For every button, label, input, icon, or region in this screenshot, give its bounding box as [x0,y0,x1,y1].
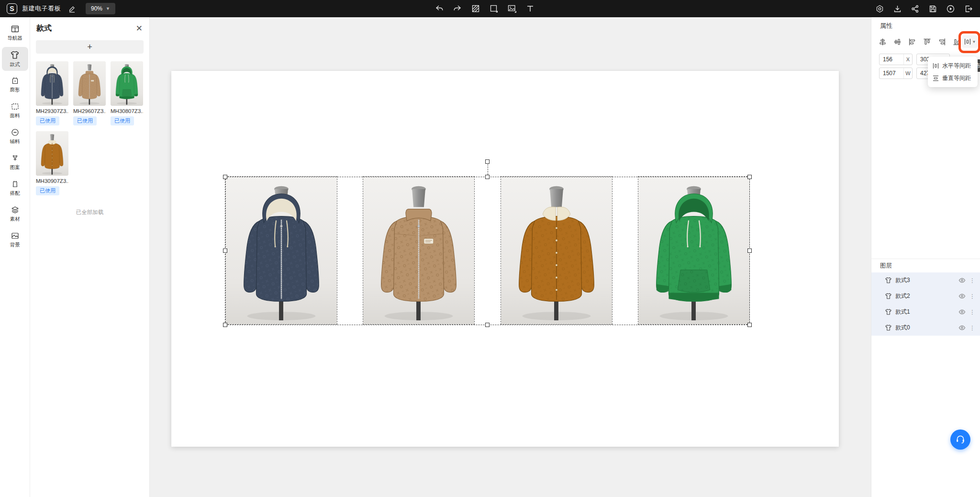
width-input[interactable] [880,70,903,77]
resize-handle-top-right[interactable] [747,175,752,179]
undo-button[interactable] [433,2,445,15]
style-thumbnail[interactable] [36,61,68,106]
visibility-eye-icon[interactable] [958,324,966,331]
used-badge: 已使用 [111,116,134,125]
layer-row[interactable]: 款式1 ⋮ [871,304,980,320]
align-horizontal-center-icon[interactable] [879,38,886,45]
kebab-menu-icon[interactable]: ⋮ [969,293,975,300]
align-top-icon[interactable] [924,38,931,45]
layer-row[interactable]: 款式2 ⋮ [871,288,980,304]
sidebar-item-assets[interactable]: 素材 [2,202,28,226]
visibility-eye-icon[interactable] [958,308,966,316]
save-icon[interactable] [926,2,939,15]
canvas-style-image-4[interactable] [638,176,750,325]
exit-icon[interactable] [962,2,974,15]
settings-gear-icon[interactable] [873,2,886,15]
visibility-eye-icon[interactable] [958,277,966,284]
distribute-vertical-icon [933,75,939,81]
chevron-down-icon: ▼ [106,6,110,11]
style-name: MH29307Z3... [36,108,68,114]
download-icon[interactable] [891,2,903,15]
align-right-icon[interactable] [938,38,946,45]
distribute-spacing-button[interactable]: ▼ [962,35,978,48]
sidebar-item-label: 辅料 [10,138,20,145]
sidebar-item-background[interactable]: 背景 [2,228,28,252]
app-logo-icon[interactable]: S [7,3,17,14]
style-thumbnail[interactable] [111,61,143,106]
add-style-button[interactable]: + [36,40,144,54]
properties-panel: 属性 ▼ [871,17,980,497]
style-thumbnail[interactable] [73,61,106,106]
align-bottom-icon[interactable] [953,38,960,45]
chevron-down-icon: ▼ [972,40,976,44]
top-toolbar: S 新建电子看板 90% ▼ [0,0,980,17]
style-name: MH30907Z3... [36,178,68,184]
align-vertical-center-icon[interactable] [894,38,901,45]
sidebar-item-label: 导航器 [7,35,22,42]
resize-handle-middle-right[interactable] [747,248,752,253]
shape-tool-button[interactable] [488,2,500,15]
sidebar-item-pattern[interactable]: 图案 [2,150,28,174]
resize-handle-bottom-left[interactable] [223,323,227,327]
menu-item-horizontal-spacing[interactable]: 水平等间距 [928,59,978,72]
kebab-menu-icon[interactable]: ⋮ [969,309,975,316]
visibility-eye-icon[interactable] [958,293,966,300]
sidebar-item-label: 搭配 [10,190,20,197]
close-icon[interactable]: ✕ [136,24,143,33]
distribute-dropdown-menu: 水平等间距 垂直等间距 [928,56,978,87]
layer-row[interactable]: 款式3 ⋮ [871,272,980,288]
headset-icon [955,434,966,445]
distribute-horizontal-icon [964,38,971,45]
style-card: MH29607Z3... 已使用 [73,61,106,125]
sidebar-item-navigator[interactable]: 导航器 [2,21,28,45]
kebab-menu-icon[interactable]: ⋮ [969,277,975,284]
styles-panel-title: 款式 [36,23,52,34]
distribute-horizontal-icon [933,63,939,69]
share-icon[interactable] [909,2,921,15]
sidebar-item-fabric[interactable]: 面料 [2,99,28,123]
fabric-fill-tool-button[interactable] [469,2,482,15]
app-window: S 新建电子看板 90% ▼ [0,0,980,497]
sidebar-item-styles[interactable]: 款式 [2,47,28,71]
canvas-style-image-1[interactable] [225,176,337,325]
layer-row[interactable]: 款式0 ⋮ [871,320,980,336]
width-field: W [879,68,913,79]
resize-handle-middle-left[interactable] [223,248,227,253]
properties-panel-title: 属性 [871,17,980,30]
tshirt-icon [10,50,20,60]
resize-handle-top-left[interactable] [223,175,227,179]
resize-handle-bottom-right[interactable] [747,323,752,327]
sidebar-item-trims[interactable]: 辅料 [2,124,28,148]
layers-section: 图层 款式3 ⋮ 款式2 ⋮ 款式1 ⋮ [871,259,980,336]
sidebar-item-silhouette[interactable]: 廓形 [2,73,28,97]
style-card: MH29307Z3... 已使用 [36,61,68,125]
style-thumbnail[interactable] [36,131,68,176]
redo-button[interactable] [451,2,464,15]
sidebar-item-label: 素材 [10,216,20,223]
canvas-style-image-3[interactable] [501,176,612,325]
sidebar-item-outfit[interactable]: 搭配 [2,176,28,200]
canvas-style-image-2[interactable] [363,176,475,325]
resize-handle-bottom-center[interactable] [485,323,490,327]
sidebar-item-label: 款式 [10,61,20,68]
rename-pencil-icon[interactable] [66,2,78,15]
x-field-label: X [903,54,912,65]
vest-icon [11,180,20,189]
rotate-handle[interactable] [485,159,490,164]
sidebar-item-label: 廓形 [10,87,20,93]
used-badge: 已使用 [36,116,59,125]
layer-name: 款式1 [895,308,958,316]
canvas-area[interactable] [150,17,871,497]
align-left-icon[interactable] [909,38,916,45]
resize-handle-top-center[interactable] [485,175,490,179]
play-presentation-icon[interactable] [944,2,957,15]
background-image-icon [11,231,20,240]
kebab-menu-icon[interactable]: ⋮ [969,325,975,331]
support-button[interactable] [950,429,970,450]
fabric-icon [11,102,20,111]
x-position-input[interactable] [880,56,903,63]
text-tool-button[interactable] [524,2,536,15]
image-tool-button[interactable] [506,2,518,15]
zoom-level-select[interactable]: 90% ▼ [86,3,115,14]
menu-item-vertical-spacing[interactable]: 垂直等间距 [928,72,978,84]
